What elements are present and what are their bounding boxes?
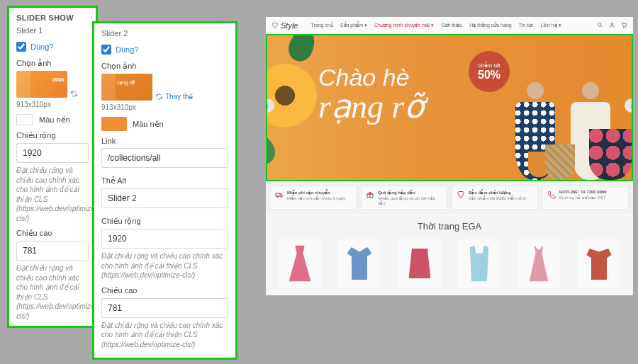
hero-slider: Chào hè rạng rỡ Giảm tới 50% ‹ › [266, 34, 633, 181]
nav-item-promo[interactable]: Chương trình khuyến mãi ▾ [374, 23, 434, 28]
width-input[interactable] [16, 143, 89, 163]
search-icon[interactable] [597, 22, 603, 28]
height-label: Chiều cao [16, 229, 89, 238]
feature-item: Bảo đảm chất lượngSản phẩm đã được kiểm … [452, 186, 538, 210]
shirt-icon [344, 244, 375, 283]
use-checkbox[interactable] [101, 45, 111, 55]
image-thumbnail[interactable]: rạng rỡ [101, 74, 152, 101]
replace-image-link[interactable]: Thay thế [155, 93, 193, 101]
gift-icon [366, 190, 374, 199]
link-input[interactable] [101, 148, 228, 168]
phone-icon [547, 190, 556, 199]
nav-menu: Trang chủ Sản phẩm ▾ Chương trình khuyến… [310, 23, 561, 28]
panel-title: SLIDER SHOW [16, 13, 89, 22]
height-input[interactable] [16, 241, 89, 261]
use-label: Dùng? [116, 45, 138, 54]
alt-label: Thẻ Alt [101, 176, 228, 186]
user-icon[interactable] [609, 22, 615, 28]
storefront-preview: Style Trang chủ Sản phẩm ▾ Chương trình … [266, 17, 633, 286]
bg-color-swatch[interactable] [101, 117, 127, 131]
width-label: Chiều rộng [101, 217, 228, 226]
replace-icon [155, 93, 163, 101]
hero-models [486, 40, 633, 180]
slider-config-panel-2: Slider 2 Dùng? Chọn ảnh rạng rỡ Thay thế… [92, 21, 237, 360]
product-card[interactable] [517, 239, 560, 288]
use-label: Dùng? [30, 42, 53, 51]
height-input[interactable] [101, 298, 228, 318]
height-help: Đặt chiều rộng và chiều cao chính xác ch… [16, 263, 89, 321]
nav-item[interactable]: Sản phẩm ▾ [340, 23, 367, 28]
image-thumbnail[interactable]: 200k [16, 71, 67, 98]
replace-image-link[interactable] [70, 90, 78, 98]
height-label: Chiều cao [101, 286, 228, 295]
diamond-icon [272, 22, 279, 29]
nav-item[interactable]: Trang chủ [310, 23, 332, 28]
nav-item[interactable]: Tin tức [519, 23, 534, 28]
width-label: Chiều rộng [16, 131, 89, 140]
width-help: Đặt chiều rộng và chiều cao chính xác ch… [101, 251, 228, 280]
preview-topbar: Style Trang chủ Sản phẩm ▾ Chương trình … [266, 17, 633, 34]
choose-image-label: Chọn ảnh [101, 62, 228, 71]
svg-rect-2 [276, 193, 280, 196]
hero-headline: Chào hè rạng rỡ [318, 64, 424, 125]
section-title: Thời trang EGA [266, 214, 633, 236]
bg-color-swatch[interactable] [16, 114, 33, 125]
width-input[interactable] [101, 229, 228, 249]
slip-icon [523, 244, 554, 283]
svg-point-4 [281, 196, 282, 198]
nav-item[interactable]: Hệ thống cửa hàng [469, 23, 511, 28]
bg-color-label: Màu nền [39, 115, 70, 125]
svg-point-0 [598, 23, 602, 27]
link-label: Link [101, 137, 228, 145]
feature-strip: Miễn phí vận chuyểnMiễn vận chuyển trong… [266, 181, 633, 214]
tee-icon [583, 244, 615, 283]
svg-point-3 [277, 196, 279, 198]
feature-item: Quà tặng hấp dẫnNhiều quà tặng và ưu đãi… [361, 186, 447, 210]
alt-input[interactable] [101, 188, 228, 208]
height-help: Đặt chiều rộng và chiều cao chính xác ch… [101, 321, 228, 350]
nav-item[interactable]: Giới thiệu [441, 23, 462, 28]
width-help: Đặt chiều rộng và chiều cao chính xác ch… [16, 166, 89, 223]
product-card[interactable] [458, 239, 500, 288]
use-checkbox-row[interactable]: Dùng? [16, 42, 89, 52]
feature-item: Miễn phí vận chuyểnMiễn vận chuyển trong… [270, 186, 357, 210]
diamond-icon [457, 190, 465, 199]
product-card[interactable] [338, 239, 381, 288]
product-card[interactable] [279, 239, 321, 288]
replace-icon [70, 90, 78, 98]
truck-icon [275, 190, 284, 199]
use-checkbox[interactable] [16, 42, 26, 52]
choose-image-label: Chọn ảnh [16, 59, 89, 68]
cart-icon[interactable] [621, 22, 627, 28]
store-logo[interactable]: Style [272, 21, 298, 30]
cami-icon [464, 244, 495, 283]
image-dimensions: 913x310px [101, 103, 228, 111]
panel-subtitle: Slider 1 [16, 26, 89, 35]
svg-point-1 [611, 23, 613, 25]
product-row [266, 236, 633, 295]
product-card[interactable] [578, 239, 620, 288]
bg-color-label: Màu nền [133, 120, 164, 129]
link-label: Link [16, 326, 89, 328]
dress-icon [284, 244, 315, 283]
product-card[interactable] [398, 239, 441, 288]
top-icon [404, 244, 435, 283]
slider-config-panel-1: SLIDER SHOW Slider 1 Dùng? Chọn ảnh 200k… [7, 6, 98, 328]
feature-item: HOTLINE: 19 7300 9999Dịch vụ hỗ trợ bạn … [542, 186, 629, 210]
use-checkbox-row[interactable]: Dùng? [101, 45, 228, 55]
nav-item[interactable]: Liên hệ ▾ [541, 23, 561, 28]
image-dimensions: 913x310px [16, 101, 89, 108]
panel-subtitle: Slider 2 [101, 29, 228, 38]
